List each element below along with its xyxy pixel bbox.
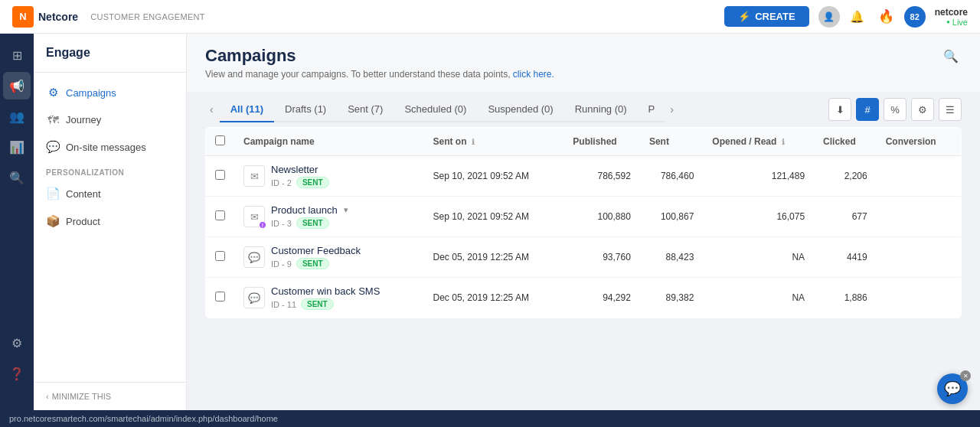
sidebar-item-journey[interactable]: 🗺 Journey (34, 106, 186, 133)
published-cell: 93,760 (564, 237, 640, 278)
campaign-name: Customer Feedback (271, 245, 361, 256)
table-row: 💬 Customer Feedback ID - 9 SENT Dec 05, … (206, 237, 962, 278)
sidebar: Engage ⚙ Campaigns 🗺 Journey 💬 On-site m… (34, 34, 187, 410)
personalization-section-label: PERSONALIZATION (34, 161, 186, 180)
sidebar-label-journey: Journey (66, 114, 101, 125)
conversion-cell (877, 197, 962, 237)
row-checkbox[interactable] (215, 170, 225, 180)
download-button[interactable]: ⬇ (828, 98, 851, 121)
percent-view-button[interactable]: % (884, 98, 906, 121)
campaign-type-icon: ✉ ! (243, 206, 265, 227)
opened-read-cell: 16,075 (703, 197, 814, 237)
campaign-type-icon: 💬 (243, 287, 265, 308)
tab-sent[interactable]: Sent (7) (337, 97, 394, 122)
account-info[interactable]: netcore Live (935, 7, 968, 27)
live-status: Live (946, 18, 968, 27)
row-checkbox[interactable] (215, 251, 225, 261)
nav-icon-engage[interactable]: 📢 (3, 72, 31, 99)
clicked-cell: 2,206 (814, 156, 877, 197)
nav-icon-users[interactable]: 👥 (3, 103, 31, 130)
nav-icon-help[interactable]: ❓ (3, 360, 31, 387)
clicked-cell: 677 (814, 197, 877, 237)
logo-icon: N (12, 6, 34, 28)
topbar-subtitle: Customer Engagement (90, 12, 205, 21)
create-icon: ⚡ (738, 11, 750, 22)
sidebar-item-product[interactable]: 📦 Product (34, 207, 186, 235)
sent-cell: 100,867 (640, 197, 703, 237)
hash-view-button[interactable]: # (856, 98, 879, 121)
settings-button[interactable]: ⚙ (911, 98, 934, 121)
col-sent-on: Sent on ℹ (424, 128, 564, 156)
logo: N Netcore (12, 6, 78, 28)
user-avatar[interactable]: 👤 (818, 6, 840, 28)
campaign-badge: ! (259, 221, 266, 229)
tab-all[interactable]: All (11) (220, 97, 274, 122)
notification-bell[interactable]: 🔔 (846, 5, 869, 28)
published-cell: 94,292 (564, 278, 640, 318)
col-conversion: Conversion (877, 128, 962, 156)
tab-next-chevron[interactable]: › (665, 100, 678, 119)
score-badge[interactable]: 82 (904, 6, 926, 28)
tab-prev-chevron[interactable]: ‹ (205, 100, 218, 119)
campaign-id: ID - 9 (271, 259, 292, 269)
campaign-type-icon: ✉ (243, 165, 265, 187)
content-icon: 📄 (46, 187, 60, 200)
campaigns-icon: ⚙ (46, 86, 60, 99)
col-published: Published (564, 128, 640, 156)
minimize-sidebar[interactable]: ‹ MINIMIZE THIS (34, 382, 186, 410)
opened-read-info-icon[interactable]: ℹ (782, 138, 785, 146)
nav-icon-grid[interactable]: ⊞ (3, 41, 31, 69)
main-content: Campaigns View and manage your campaigns… (187, 34, 980, 410)
chat-close-icon[interactable]: ✕ (960, 370, 971, 381)
sidebar-item-onsite[interactable]: 💬 On-site messages (34, 133, 186, 161)
campaign-name: Customer win back SMS (271, 285, 380, 297)
minimize-label: MINIMIZE THIS (52, 392, 111, 401)
select-all-checkbox[interactable] (215, 135, 225, 145)
campaign-id: ID - 3 (271, 219, 292, 228)
expand-chevron[interactable]: ▾ (344, 205, 348, 215)
create-button[interactable]: ⚡ CREATE (724, 6, 808, 27)
conversion-cell (877, 278, 962, 318)
row-checkbox[interactable] (215, 210, 225, 220)
fire-icon[interactable]: 🔥 (875, 5, 898, 28)
topbar: N Netcore Customer Engagement ⚡ CREATE 👤… (0, 0, 980, 34)
table-row: 💬 Customer win back SMS ID - 11 SENT Dec… (206, 278, 962, 318)
col-clicked: Clicked (814, 128, 877, 156)
click-here-link[interactable]: click here. (513, 69, 554, 80)
sent-on-cell: Dec 05, 2019 12:25 AM (424, 237, 564, 278)
row-checkbox[interactable] (215, 292, 225, 302)
topbar-icons: 👤 🔔 🔥 82 (818, 5, 926, 28)
table-row: ✉ Newsletter ID - 2 SENT Sep 10, 2021 09… (206, 156, 962, 197)
tab-scheduled[interactable]: Scheduled (0) (394, 97, 477, 122)
table-row: ✉ ! Product launch ▾ ID - 3 SENT Sep 10,… (206, 197, 962, 237)
nav-icon-search[interactable]: 🔍 (3, 164, 31, 191)
campaign-type-icon: 💬 (243, 246, 265, 268)
brand-name: Netcore (38, 11, 78, 23)
campaign-name: Product launch (271, 204, 338, 216)
search-button[interactable]: 🔍 (940, 46, 962, 67)
page-subtitle: View and manage your campaigns. To bette… (205, 69, 554, 80)
sent-on-cell: Sep 10, 2021 09:52 AM (424, 197, 564, 237)
sent-on-info-icon[interactable]: ℹ (472, 138, 475, 146)
nav-icon-settings[interactable]: ⚙ (3, 329, 31, 357)
nav-icon-analytics[interactable]: 📊 (3, 133, 31, 161)
tab-drafts[interactable]: Drafts (1) (274, 97, 337, 122)
campaign-id: ID - 2 (271, 178, 292, 187)
product-icon: 📦 (46, 214, 60, 228)
sent-on-cell: Sep 10, 2021 09:52 AM (424, 156, 564, 197)
sent-cell: 88,423 (640, 237, 703, 278)
sidebar-item-campaigns[interactable]: ⚙ Campaigns (34, 79, 186, 106)
campaign-name: Newsletter (271, 164, 318, 175)
create-label: CREATE (755, 11, 795, 22)
tab-p[interactable]: P (638, 97, 666, 122)
filter-button[interactable]: ☰ (939, 98, 962, 121)
clicked-cell: 4419 (814, 237, 877, 278)
chat-bubble[interactable]: 💬 ✕ (937, 373, 968, 404)
opened-read-cell: NA (703, 278, 814, 318)
published-cell: 100,880 (564, 197, 640, 237)
status-url: pro.netcoresmartech.com/smartechai/admin… (9, 414, 278, 423)
tab-running[interactable]: Running (0) (564, 97, 638, 122)
tab-suspended[interactable]: Suspended (0) (477, 97, 564, 122)
sidebar-item-content[interactable]: 📄 Content (34, 180, 186, 207)
icon-nav: ⊞ 📢 👥 📊 🔍 ⚙ ❓ (0, 34, 34, 410)
